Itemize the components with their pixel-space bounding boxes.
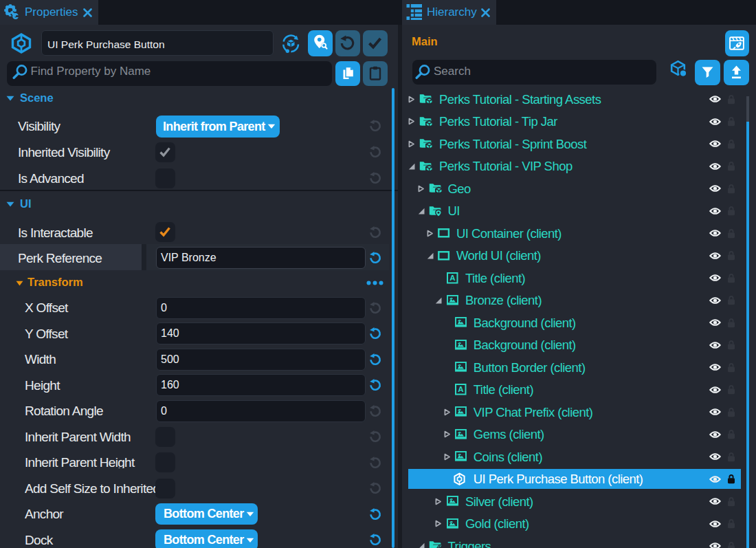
svg-text:A: A	[449, 274, 455, 282]
svg-text:A: A	[458, 385, 463, 393]
